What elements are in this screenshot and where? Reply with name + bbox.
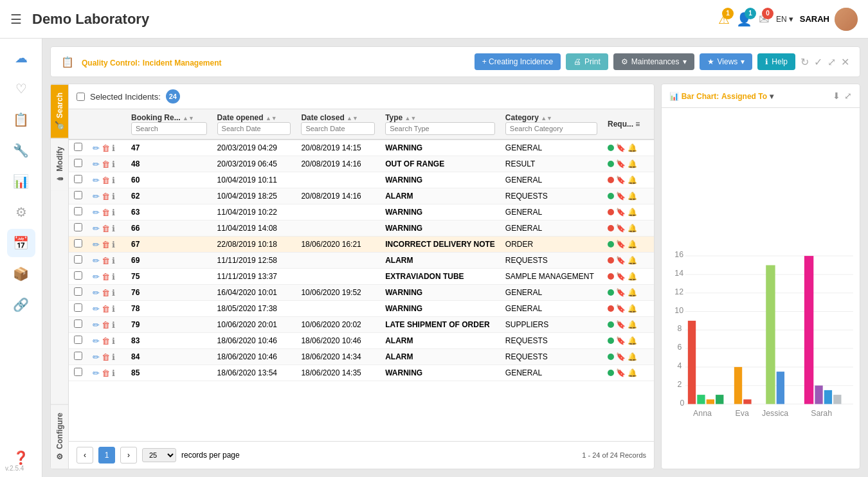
sidebar-item-settings[interactable]: ⚙	[7, 198, 35, 226]
sort-booking-icon[interactable]: ▲▼	[183, 115, 194, 122]
bookmark-icon[interactable]: 🔖	[616, 143, 626, 152]
sidebar-item-calendar[interactable]: 📅	[7, 229, 35, 257]
bookmark-icon[interactable]: 🔖	[616, 192, 626, 201]
sort-type-icon[interactable]: ▲▼	[405, 115, 417, 122]
bell-icon[interactable]: 🔔	[628, 272, 637, 281]
check-icon[interactable]: ✓	[814, 56, 822, 68]
row-checkbox[interactable]	[74, 271, 82, 280]
close-icon[interactable]: ✕	[841, 56, 849, 68]
sidebar-item-cloud2[interactable]: 🔗	[7, 291, 35, 319]
row-checkbox[interactable]	[74, 143, 82, 151]
bookmark-icon[interactable]: 🔖	[616, 272, 626, 281]
bookmark-icon[interactable]: 🔖	[616, 320, 626, 329]
edit-icon[interactable]: ✏	[93, 208, 100, 217]
bookmark-icon-empty[interactable]: 🔖	[616, 304, 626, 313]
prev-page-button[interactable]: ‹	[77, 447, 93, 464]
tab-modify[interactable]: ✏ Modify	[51, 138, 68, 191]
sidebar-item-list[interactable]: 📋	[7, 105, 35, 134]
info-icon[interactable]: ℹ	[112, 159, 115, 169]
sort-category-icon[interactable]: ▲▼	[541, 115, 552, 122]
delete-icon[interactable]: 🗑	[102, 143, 110, 153]
edit-icon[interactable]: ✏	[93, 224, 100, 233]
row-checkbox[interactable]	[74, 239, 82, 248]
edit-icon[interactable]: ✏	[93, 352, 100, 362]
delete-icon[interactable]: 🗑	[102, 352, 110, 362]
info-icon[interactable]: ℹ	[112, 240, 115, 249]
bookmark-icon[interactable]: 🔖	[616, 352, 626, 361]
sidebar-item-package[interactable]: 📦	[7, 260, 35, 288]
edit-icon[interactable]: ✏	[93, 159, 100, 169]
views-button[interactable]: ★ Views	[700, 53, 753, 70]
row-checkbox[interactable]	[74, 287, 82, 296]
bell-icon[interactable]: 🔔	[628, 304, 637, 313]
info-icon[interactable]: ℹ	[112, 208, 115, 217]
create-incidence-button[interactable]: + Creating Incidence	[475, 53, 561, 70]
sort-date-opened-icon[interactable]: ▲▼	[266, 115, 277, 122]
row-checkbox[interactable]	[74, 368, 82, 376]
edit-icon[interactable]: ✏	[93, 192, 100, 201]
bookmark-icon[interactable]: 🔖	[616, 336, 626, 345]
hamburger-menu[interactable]: ☰	[10, 12, 22, 27]
row-checkbox[interactable]	[74, 303, 82, 312]
tab-configure[interactable]: ⚙ Configure	[51, 404, 68, 469]
search-date-opened-input[interactable]	[217, 122, 291, 135]
delete-icon[interactable]: 🗑	[102, 208, 110, 217]
sidebar-item-heart[interactable]: ♡	[7, 75, 35, 103]
info-icon[interactable]: ℹ	[112, 320, 115, 330]
edit-icon[interactable]: ✏	[93, 256, 100, 266]
edit-icon[interactable]: ✏	[93, 240, 100, 249]
chart-dropdown-icon[interactable]: ▾	[770, 92, 773, 101]
user-badge[interactable]: 👤 1	[736, 12, 752, 27]
chart-expand-icon[interactable]: ⤢	[844, 91, 852, 101]
info-icon[interactable]: ℹ	[112, 368, 115, 378]
bell-icon[interactable]: 🔔	[628, 352, 637, 361]
delete-icon[interactable]: 🗑	[102, 176, 110, 185]
info-icon[interactable]: ℹ	[112, 224, 115, 233]
search-category-input[interactable]	[505, 122, 597, 135]
bookmark-icon[interactable]: 🔖	[616, 240, 626, 249]
bell-icon-empty[interactable]: 🔔	[628, 224, 637, 233]
sidebar-item-tools[interactable]: 🔧	[7, 136, 35, 165]
row-checkbox[interactable]	[74, 255, 82, 264]
bell-icon[interactable]: 🔔	[628, 192, 637, 201]
delete-icon[interactable]: 🗑	[102, 336, 110, 346]
search-date-closed-input[interactable]	[301, 122, 375, 135]
delete-icon[interactable]: 🗑	[102, 320, 110, 330]
expand-icon[interactable]: ⤢	[827, 56, 836, 68]
sort-date-closed-icon[interactable]: ▲▼	[347, 115, 358, 122]
bookmark-icon-empty[interactable]: 🔖	[616, 368, 626, 377]
delete-icon[interactable]: 🗑	[102, 368, 110, 378]
bookmark-icon[interactable]: 🔖	[616, 224, 626, 233]
search-booking-input[interactable]	[131, 122, 207, 135]
chart-download-icon[interactable]: ⬇	[833, 91, 840, 101]
bell-icon-empty[interactable]: 🔔	[628, 208, 637, 217]
bookmark-icon-empty[interactable]: 🔖	[616, 176, 626, 184]
row-checkbox[interactable]	[74, 191, 82, 199]
row-checkbox[interactable]	[74, 320, 82, 328]
bookmark-icon[interactable]: 🔖	[616, 256, 626, 265]
delete-icon[interactable]: 🗑	[102, 288, 110, 298]
info-icon[interactable]: ℹ	[112, 336, 115, 346]
info-icon[interactable]: ℹ	[112, 176, 115, 185]
tab-search[interactable]: 🔍 Search	[51, 84, 68, 138]
bell-icon-empty[interactable]: 🔔	[628, 320, 637, 329]
info-icon[interactable]: ℹ	[112, 143, 115, 153]
sidebar-item-chart[interactable]: 📊	[7, 167, 35, 195]
row-checkbox[interactable]	[74, 159, 82, 167]
print-button[interactable]: 🖨 Print	[566, 53, 608, 70]
info-icon[interactable]: ℹ	[112, 256, 115, 266]
info-icon[interactable]: ℹ	[112, 192, 115, 201]
page-1-button[interactable]: 1	[98, 447, 115, 464]
bell-icon-empty[interactable]: 🔔	[628, 288, 637, 297]
edit-icon[interactable]: ✏	[93, 288, 100, 298]
bookmark-icon-empty[interactable]: 🔖	[616, 208, 626, 217]
info-icon[interactable]: ℹ	[112, 288, 115, 298]
delete-icon[interactable]: 🗑	[102, 224, 110, 233]
delete-icon[interactable]: 🗑	[102, 240, 110, 249]
edit-icon[interactable]: ✏	[93, 368, 100, 378]
edit-icon[interactable]: ✏	[93, 272, 100, 282]
delete-icon[interactable]: 🗑	[102, 304, 110, 314]
delete-icon[interactable]: 🗑	[102, 272, 110, 282]
info-icon[interactable]: ℹ	[112, 352, 115, 362]
row-checkbox[interactable]	[74, 223, 82, 231]
